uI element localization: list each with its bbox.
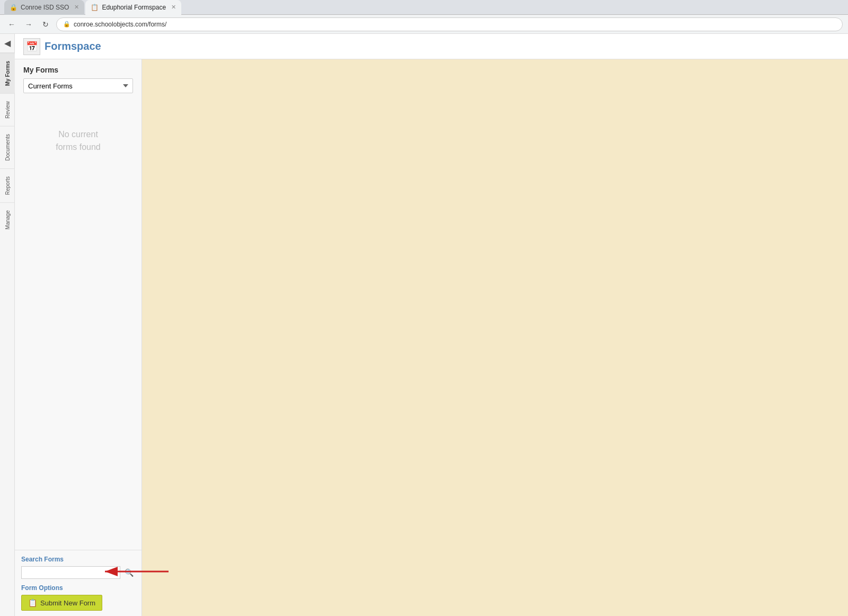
sidebar-item-documents[interactable]: Documents <box>0 126 15 168</box>
tab1-favicon: 🔒 <box>10 4 17 11</box>
app-logo: 📅 Formspace <box>23 38 101 55</box>
browser-chrome: 🔒 Conroe ISD SSO ✕ 📋 Eduphorial Formspac… <box>0 0 848 15</box>
tab1-close[interactable]: ✕ <box>74 4 79 11</box>
panel-bottom: Search Forms 🔍 Form Options 📋 Submit New… <box>15 550 142 616</box>
vertical-nav: ◀ My Forms Review Documents Reports Mana… <box>0 34 15 616</box>
tab-bar: 🔒 Conroe ISD SSO ✕ 📋 Eduphorial Formspac… <box>4 0 181 15</box>
page-wrapper: 🔒 Conroe ISD SSO ✕ 📋 Eduphorial Formspac… <box>0 0 848 616</box>
address-text: conroe.schoolobjects.com/forms/ <box>74 21 166 28</box>
reload-button[interactable]: ↻ <box>39 18 52 31</box>
empty-message: No current forms found <box>15 96 142 550</box>
main-area: My Forms Current Forms Past Forms All Fo… <box>15 59 848 616</box>
lock-icon: 🔒 <box>63 21 70 28</box>
submit-new-form-button[interactable]: 📋 Submit New Form <box>21 595 102 611</box>
forward-button[interactable]: → <box>22 18 35 31</box>
form-options-label: Form Options <box>21 584 135 592</box>
app-title: Formspace <box>45 40 101 52</box>
sidebar-item-manage[interactable]: Manage <box>0 202 15 237</box>
panel-title: My Forms <box>23 66 133 74</box>
panel-header: My Forms Current Forms Past Forms All Fo… <box>15 59 142 96</box>
logo-icon: 📅 <box>23 38 40 55</box>
tab-1[interactable]: 🔒 Conroe ISD SSO ✕ <box>4 0 84 15</box>
sidebar-item-review[interactable]: Review <box>0 93 15 126</box>
forms-filter-dropdown[interactable]: Current Forms Past Forms All Forms <box>23 78 133 93</box>
sidebar-item-my-forms[interactable]: My Forms <box>0 53 15 93</box>
address-bar-row: ← → ↻ 🔒 conroe.schoolobjects.com/forms/ <box>0 15 848 34</box>
sidebar-item-reports[interactable]: Reports <box>0 168 15 202</box>
search-icon: 🔍 <box>125 568 134 577</box>
search-row: 🔍 <box>21 566 135 579</box>
search-forms-label: Search Forms <box>21 556 135 563</box>
app-container: ◀ My Forms Review Documents Reports Mana… <box>0 34 848 616</box>
submit-form-icon: 📋 <box>28 599 37 607</box>
tab-2[interactable]: 📋 Eduphorial Formspace ✕ <box>85 0 181 15</box>
right-content <box>142 59 848 616</box>
address-bar[interactable]: 🔒 conroe.schoolobjects.com/forms/ <box>56 17 843 31</box>
tab1-label: Conroe ISD SSO <box>21 4 69 11</box>
back-button[interactable]: ← <box>5 18 18 31</box>
logo-icon-symbol: 📅 <box>26 41 38 52</box>
tab2-favicon: 📋 <box>91 4 99 11</box>
submit-button-label: Submit New Form <box>40 599 95 607</box>
app-header: 📅 Formspace <box>15 34 848 59</box>
tab2-close[interactable]: ✕ <box>171 4 176 11</box>
search-input[interactable] <box>21 566 120 579</box>
tab2-label: Eduphorial Formspace <box>102 4 166 11</box>
search-button[interactable]: 🔍 <box>122 566 135 579</box>
vnav-toggle-button[interactable]: ◀ <box>0 34 15 53</box>
left-panel: My Forms Current Forms Past Forms All Fo… <box>15 59 142 616</box>
